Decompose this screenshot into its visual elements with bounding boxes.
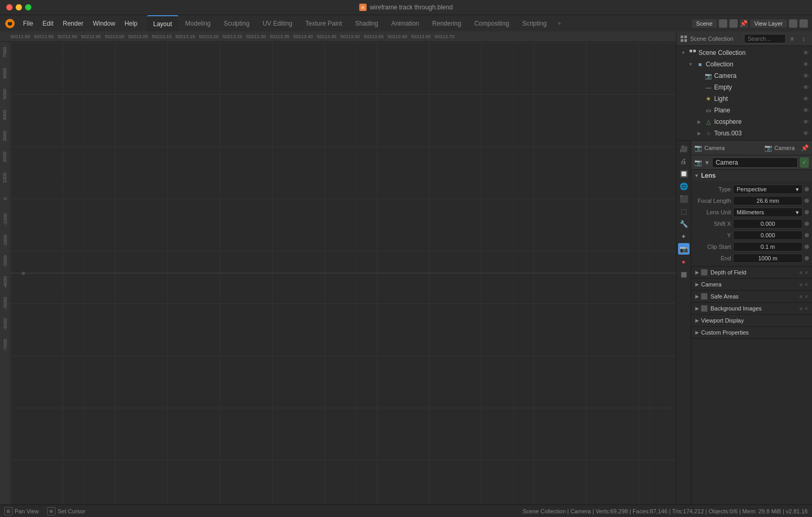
tree-item-scene-collection[interactable]: ▼ Scene Collection 👁 bbox=[676, 47, 812, 59]
particles-props-icon[interactable]: ✦ bbox=[678, 231, 690, 242]
custom-properties-header[interactable]: ▶ Custom Properties bbox=[691, 327, 812, 338]
visibility-icon[interactable]: 👁 bbox=[803, 61, 809, 67]
scene-props-icon[interactable]: 🌐 bbox=[678, 180, 690, 192]
svg-rect-11 bbox=[690, 50, 692, 52]
viewport-display-header[interactable]: ▶ Viewport Display bbox=[691, 315, 812, 326]
outliner-toolbar: ≡ ↕ bbox=[744, 33, 809, 44]
menu-window[interactable]: Window bbox=[88, 18, 119, 29]
visibility-icon[interactable]: 👁 bbox=[803, 50, 809, 56]
clip-end-value[interactable]: 1000 m bbox=[733, 254, 803, 263]
tree-item-empty[interactable]: — Empty 👁 bbox=[676, 82, 812, 93]
bg-images-checkbox[interactable] bbox=[701, 305, 707, 312]
visibility-icon[interactable]: 👁 bbox=[803, 130, 809, 136]
menu-edit[interactable]: Edit bbox=[38, 18, 58, 29]
view-layer-props-icon[interactable]: 🔲 bbox=[678, 168, 690, 179]
clip-end-keyframe-dot[interactable] bbox=[805, 256, 809, 260]
tab-modeling[interactable]: Modeling bbox=[179, 15, 217, 31]
shift-y-row: Y 0.000 bbox=[691, 229, 812, 241]
clip-start-value[interactable]: 0.1 m bbox=[733, 242, 803, 251]
background-images-header[interactable]: ▶ Background Images ≡ × bbox=[691, 303, 812, 314]
tree-item-plane[interactable]: ▭ Plane 👁 bbox=[676, 105, 812, 116]
visibility-icon[interactable]: 👁 bbox=[803, 73, 809, 79]
tree-arrow-spacer bbox=[695, 72, 703, 79]
object-props-icon[interactable]: ⬚ bbox=[678, 205, 690, 217]
tab-scripting[interactable]: Scripting bbox=[516, 15, 553, 31]
list-icon: ≡ bbox=[799, 270, 803, 275]
outliner-tree: ▼ Scene Collection 👁 ▼ ■ Collection 👁 bbox=[676, 46, 812, 140]
dof-checkbox[interactable] bbox=[701, 269, 707, 275]
tab-shading[interactable]: Shading bbox=[349, 15, 385, 31]
properties-icons: 🎥 🖨 🔲 🌐 ⬛ ⬚ 🔧 ✦ 📷 ● ▦ bbox=[676, 141, 691, 504]
focal-length-value[interactable]: 26.6 mm bbox=[733, 196, 803, 205]
material-props-icon[interactable]: ● bbox=[678, 256, 690, 267]
tab-layout[interactable]: Layout bbox=[147, 15, 178, 31]
view-layer-add-button[interactable] bbox=[789, 19, 797, 28]
safe-areas-header[interactable]: ▶ Safe Areas ≡ × bbox=[691, 291, 812, 302]
camera-visibility-btn[interactable]: ✓ bbox=[800, 157, 809, 168]
output-props-icon[interactable]: 🖨 bbox=[678, 155, 690, 167]
tab-animation[interactable]: Animation bbox=[385, 15, 425, 31]
lens-unit-keyframe-dot[interactable] bbox=[805, 210, 809, 214]
menu-render[interactable]: Render bbox=[59, 18, 87, 29]
tab-uv-editing[interactable]: UV Editing bbox=[256, 15, 299, 31]
menu-help[interactable]: Help bbox=[120, 18, 142, 29]
lens-unit-value[interactable]: Millimeters ▾ bbox=[733, 208, 803, 217]
tree-item-camera[interactable]: 📷 Camera 👁 bbox=[676, 70, 812, 82]
depth-of-field-header[interactable]: ▶ Depth of Field ≡ × bbox=[691, 267, 812, 278]
viewport-container[interactable]: 50212.80 50212.85 50212.90 50212.95 5021… bbox=[0, 31, 676, 504]
tree-item-light[interactable]: ☀ Light 👁 bbox=[676, 93, 812, 105]
depth-of-field-section: ▶ Depth of Field ≡ × bbox=[691, 267, 812, 279]
camera-subsection-header[interactable]: ▶ Camera ≡ × bbox=[691, 279, 812, 290]
minimize-button[interactable] bbox=[16, 4, 22, 10]
tab-rendering[interactable]: Rendering bbox=[426, 15, 467, 31]
svg-point-2 bbox=[9, 20, 11, 22]
visibility-icon[interactable]: 👁 bbox=[803, 119, 809, 125]
clip-start-keyframe-dot[interactable] bbox=[805, 245, 809, 249]
type-keyframe-dot[interactable] bbox=[805, 187, 809, 191]
scene-add-button[interactable] bbox=[719, 19, 727, 28]
tree-item-collection[interactable]: ▼ ■ Collection 👁 bbox=[676, 59, 812, 70]
shift-x-value[interactable]: 0.000 bbox=[733, 219, 803, 228]
scene-remove-button[interactable] bbox=[729, 19, 738, 28]
safe-areas-checkbox[interactable] bbox=[701, 293, 707, 300]
pin-props-icon[interactable]: 📌 bbox=[801, 144, 809, 152]
svg-rect-12 bbox=[693, 50, 696, 52]
lens-section-header[interactable]: ▼ Lens bbox=[691, 170, 812, 181]
add-workspace-button[interactable]: + bbox=[554, 15, 566, 31]
shift-y-keyframe-dot[interactable] bbox=[805, 233, 809, 237]
camera-name-input[interactable] bbox=[712, 157, 798, 168]
modifier-props-icon[interactable]: 🔧 bbox=[678, 218, 690, 229]
view-layer-selector[interactable]: View Layer bbox=[750, 19, 787, 28]
shift-x-keyframe-dot[interactable] bbox=[805, 222, 809, 226]
world-props-icon[interactable]: ⬛ bbox=[678, 193, 690, 204]
camera-data-props-icon[interactable]: 📷 bbox=[678, 243, 690, 255]
sort-button[interactable]: ↕ bbox=[798, 33, 809, 44]
tab-compositing[interactable]: Compositing bbox=[468, 15, 515, 31]
viewport-inner[interactable]: 7000 6000 5000 4000 3000 2000 1000 0 -10… bbox=[0, 42, 676, 504]
visibility-icon[interactable]: 👁 bbox=[803, 84, 809, 90]
visibility-icon[interactable]: 👁 bbox=[803, 107, 809, 113]
viewport-display-section: ▶ Viewport Display bbox=[691, 315, 812, 327]
maximize-button[interactable] bbox=[25, 4, 31, 10]
menu-file[interactable]: File bbox=[19, 18, 37, 29]
tab-texture-paint[interactable]: Texture Paint bbox=[299, 15, 348, 31]
tree-arrow-spacer bbox=[695, 95, 703, 102]
view-layer-remove-button[interactable] bbox=[799, 19, 808, 28]
pin-icon[interactable]: 📌 bbox=[740, 19, 748, 28]
grid-canvas[interactable]: 0 bbox=[10, 42, 676, 504]
tab-sculpting[interactable]: Sculpting bbox=[218, 15, 256, 31]
outliner-search[interactable] bbox=[744, 34, 786, 43]
shift-y-value[interactable]: 0.000 bbox=[733, 231, 803, 240]
list-icon: ≡ bbox=[799, 306, 803, 312]
type-value[interactable]: Perspective ▾ bbox=[733, 185, 803, 194]
visibility-icon[interactable]: 👁 bbox=[803, 96, 809, 102]
scene-selector[interactable]: Scene bbox=[692, 19, 717, 28]
focal-length-keyframe-dot[interactable] bbox=[805, 199, 809, 203]
close-button[interactable] bbox=[6, 4, 13, 10]
object-data-props-icon[interactable]: ▦ bbox=[678, 268, 690, 280]
render-props-icon[interactable]: 🎥 bbox=[678, 143, 690, 154]
file-icon: B bbox=[359, 4, 367, 11]
filter-button[interactable]: ≡ bbox=[787, 33, 797, 44]
tree-item-torus[interactable]: ▶ ○ Torus.003 👁 bbox=[676, 128, 812, 139]
tree-item-icosphere[interactable]: ▶ △ Icosphere 👁 bbox=[676, 116, 812, 128]
